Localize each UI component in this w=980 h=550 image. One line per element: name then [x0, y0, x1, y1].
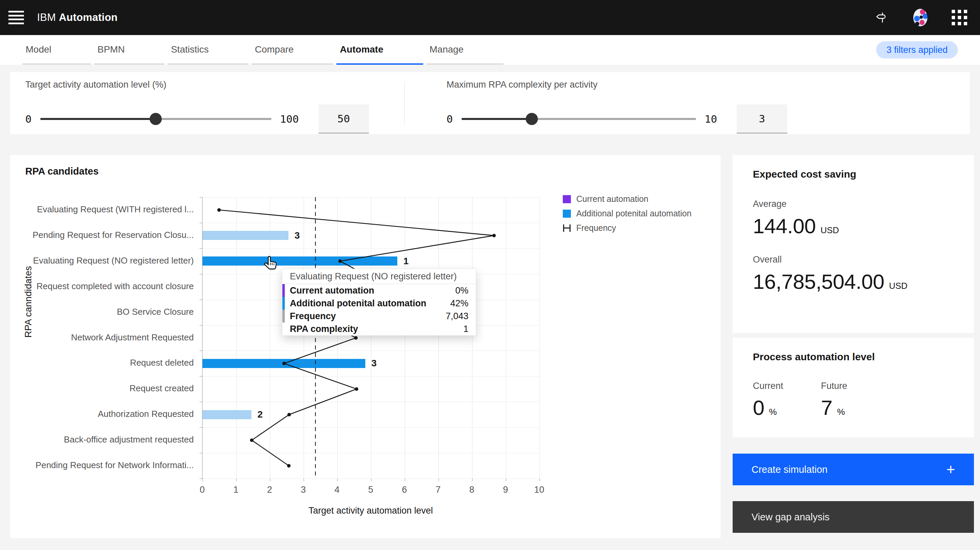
target-level-slider-row: 0 100 50	[25, 105, 369, 134]
x-axis-tick-label: 8	[462, 485, 482, 495]
x-axis-tick	[304, 478, 304, 481]
tab-automate[interactable]: Automate	[336, 35, 423, 65]
y-axis-tick	[199, 478, 202, 479]
legend-label: Frequency	[576, 223, 616, 233]
target-level-max: 100	[280, 113, 299, 125]
y-axis-label: BO Service Closure	[10, 307, 194, 317]
tooltip-row-value: 0%	[455, 285, 468, 296]
tooltip-series-strip	[282, 310, 285, 323]
menu-button[interactable]	[0, 0, 32, 35]
tab-bpmn[interactable]: BPMN	[94, 35, 164, 65]
future-unit: %	[837, 407, 845, 417]
chart-tooltip: Evaluating Request (NO registered letter…	[282, 269, 476, 335]
legend-item: Frequency	[563, 223, 692, 233]
app-switcher-button[interactable]	[950, 8, 969, 27]
frequency-line-layer	[202, 197, 539, 478]
hamburger-menu-icon	[8, 11, 24, 24]
y-axis-label: Pending Request for Reservation Closu...	[10, 230, 194, 240]
cost-card-title: Expected cost saving	[753, 168, 856, 180]
tab-bar: ModelBPMNStatisticsCompareAutomateManage…	[0, 35, 980, 65]
frequency-point[interactable]	[288, 413, 291, 416]
frequency-point[interactable]	[282, 362, 286, 365]
max-complexity-slider-row: 0 10 3	[447, 105, 787, 134]
target-level-value-input[interactable]: 50	[318, 105, 369, 134]
tooltip-row-value: 7,043	[445, 311, 468, 321]
legend-label: Additional potenital automation	[576, 208, 692, 218]
y-axis-tick	[199, 248, 202, 249]
tab-manage[interactable]: Manage	[426, 35, 503, 65]
x-axis-tick	[405, 478, 405, 481]
y-axis-label: Network Adjustment Requested	[10, 332, 194, 343]
x-axis-tick	[472, 478, 473, 481]
chart-title: RPA candidates	[25, 166, 99, 177]
frequency-marker-icon	[563, 224, 571, 232]
current-value-group: 0 %	[753, 396, 777, 420]
future-value-group: 7 %	[821, 396, 845, 420]
rpa-candidates-card: RPA candidates RPA canndidates Evaluatin…	[10, 155, 721, 538]
max-complexity-value-input[interactable]: 3	[737, 105, 787, 134]
average-value: 144.00	[753, 214, 816, 238]
tooltip-row-label: RPA complexity	[290, 324, 358, 334]
x-axis-tick-label: 7	[428, 485, 448, 495]
target-level-slider-handle[interactable]	[150, 113, 162, 125]
app-switcher-icon	[952, 10, 967, 25]
y-axis-tick	[199, 402, 202, 402]
x-axis-tick-label: 0	[192, 485, 212, 495]
v-gridline	[539, 197, 540, 478]
frequency-point[interactable]	[250, 439, 253, 442]
y-axis-label: Evaluating Request (WITH registered l...	[10, 204, 194, 215]
y-axis-tick	[199, 274, 202, 274]
x-axis-tick-label: 9	[495, 485, 515, 495]
current-unit: %	[769, 407, 777, 417]
overall-label: Overall	[753, 254, 782, 265]
x-axis-tick	[371, 478, 371, 481]
user-avatar-button[interactable]	[911, 8, 929, 27]
frequency-point[interactable]	[287, 464, 291, 467]
frequency-point[interactable]	[338, 259, 342, 263]
tooltip-title: Evaluating Request (NO registered letter…	[282, 269, 476, 284]
y-axis-tick	[199, 197, 202, 197]
tab-list: ModelBPMNStatisticsCompareAutomateManage	[22, 35, 503, 65]
tab-compare[interactable]: Compare	[251, 35, 333, 65]
signpost-button[interactable]	[872, 8, 890, 27]
frequency-point[interactable]	[355, 387, 358, 391]
y-axis-tick	[199, 325, 202, 326]
tab-statistics[interactable]: Statistics	[167, 35, 248, 65]
tooltip-row: Frequency7,043	[282, 310, 476, 323]
view-gap-analysis-label: View gap analysis	[751, 512, 830, 523]
x-axis-tick-label: 1	[226, 485, 246, 495]
overall-unit: USD	[889, 281, 908, 291]
target-level-slider-track[interactable]	[40, 118, 271, 120]
frequency-point[interactable]	[354, 336, 358, 339]
y-axis-tick	[199, 453, 202, 453]
tooltip-row-label: Additional potenital automation	[290, 298, 426, 309]
create-simulation-button[interactable]: Create simulation +	[733, 454, 974, 485]
x-axis-tick-label: 2	[259, 485, 280, 495]
view-gap-analysis-button[interactable]: View gap analysis	[733, 501, 974, 533]
average-label: Average	[753, 199, 787, 209]
target-level-min: 0	[25, 113, 32, 125]
overall-value: 16,785,504.00	[753, 270, 884, 294]
y-axis-tick	[199, 300, 202, 300]
expected-cost-saving-card: Expected cost saving Average 144.00 USD …	[733, 155, 974, 333]
x-axis-title: Target activity automation level	[202, 505, 539, 516]
tooltip-series-strip	[282, 297, 285, 310]
legend-swatch	[563, 210, 571, 218]
tooltip-row: Additional potenital automation42%	[282, 297, 476, 310]
max-complexity-slider-handle[interactable]	[526, 113, 538, 125]
max-complexity-slider-track[interactable]	[462, 118, 696, 120]
slider-fill	[462, 118, 532, 120]
frequency-point[interactable]	[217, 208, 221, 211]
x-axis-tick	[438, 478, 439, 481]
chart-plot-area[interactable]: 3132	[202, 197, 539, 479]
target-level-value: 50	[337, 113, 350, 125]
tooltip-row-value: 42%	[450, 298, 468, 309]
frequency-point[interactable]	[492, 234, 496, 237]
x-axis-tick	[539, 478, 540, 481]
y-axis-label: Evaluating Request (NO registered letter…	[10, 256, 194, 266]
x-axis-tick-label: 3	[293, 485, 313, 495]
tab-model[interactable]: Model	[22, 35, 91, 65]
automation-controls-card: Target activity automation level (%) 0 1…	[10, 72, 970, 134]
filters-applied-badge[interactable]: 3 filters applied	[876, 41, 958, 59]
x-axis-tick	[337, 478, 338, 481]
